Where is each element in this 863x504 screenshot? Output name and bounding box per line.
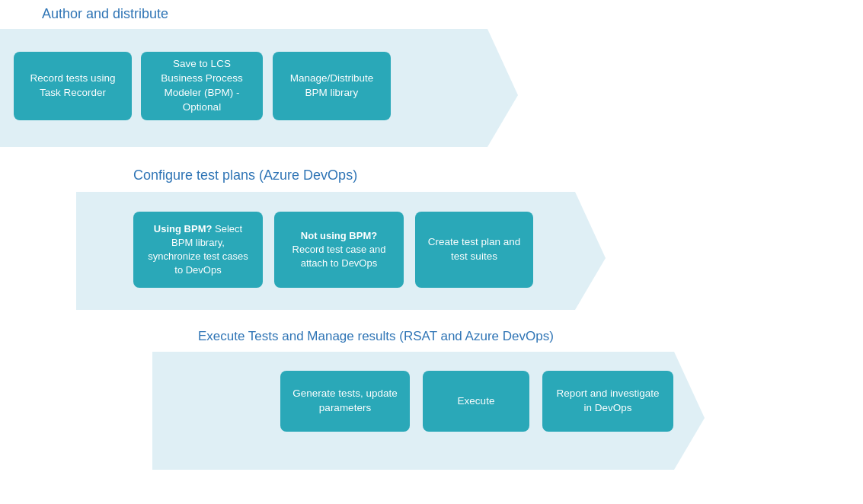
box-generate-tests: Generate tests, update parameters: [280, 371, 410, 432]
box-using-bpm: Using BPM? Select BPM library, synchroni…: [133, 212, 263, 288]
box-report-investigate-text: Report and investigate in DevOps: [553, 387, 663, 416]
box-save-lcs-text: Save to LCS Business Process Modeler (BP…: [152, 57, 252, 115]
box-record-tests: Record tests using Task Recorder: [14, 52, 132, 120]
box-not-using-bpm-bold: Not using BPM?: [301, 230, 377, 241]
diagram-container: Author and distribute Configure test pla…: [0, 0, 863, 504]
box-save-lcs: Save to LCS Business Process Modeler (BP…: [141, 52, 263, 120]
box-manage-distribute: Manage/Distribute BPM library: [273, 52, 391, 120]
box-using-bpm-bold: Using BPM?: [154, 223, 213, 234]
box-generate-tests-text: Generate tests, update parameters: [291, 387, 399, 416]
section-label-author: Author and distribute: [42, 6, 168, 22]
box-execute-text: Execute: [458, 394, 495, 409]
box-using-bpm-text: Using BPM? Select BPM library, synchroni…: [144, 222, 252, 278]
section-label-execute: Execute Tests and Manage results (RSAT a…: [198, 329, 554, 344]
box-not-using-bpm-text: Not using BPM? Record test case and atta…: [285, 229, 393, 271]
box-record-tests-text: Record tests using Task Recorder: [24, 72, 121, 100]
box-not-using-bpm: Not using BPM? Record test case and atta…: [274, 212, 404, 288]
box-report-investigate: Report and investigate in DevOps: [542, 371, 673, 432]
box-manage-distribute-text: Manage/Distribute BPM library: [283, 72, 380, 100]
section-label-configure: Configure test plans (Azure DevOps): [133, 167, 357, 183]
box-execute: Execute: [423, 371, 529, 432]
box-create-test-plan-text: Create test plan and test suites: [426, 235, 523, 264]
box-create-test-plan: Create test plan and test suites: [415, 212, 533, 288]
